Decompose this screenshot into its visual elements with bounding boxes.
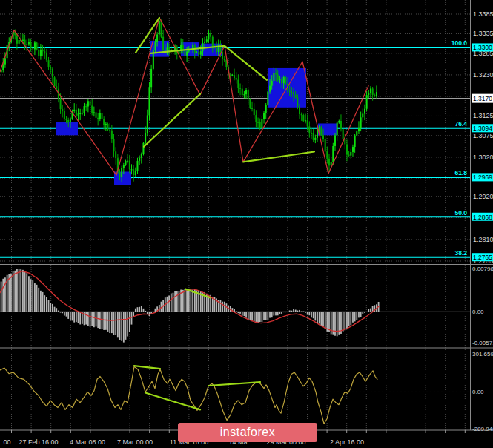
svg-text:1.3094: 1.3094 [473, 125, 492, 132]
svg-text:1.3335: 1.3335 [473, 30, 493, 37]
svg-text:38.2: 38.2 [454, 249, 467, 257]
svg-text:4 Mar 08:00: 4 Mar 08:00 [70, 438, 105, 446]
watermark-text: instaforex [220, 426, 275, 439]
svg-text:1.2810: 1.2810 [473, 236, 493, 243]
svg-text::00: :00 [1, 438, 11, 446]
svg-text:61.8: 61.8 [454, 169, 467, 177]
svg-text:1.2765: 1.2765 [473, 254, 492, 261]
svg-text:1.3075: 1.3075 [473, 132, 493, 139]
svg-text:-0.00571: -0.00571 [472, 340, 493, 346]
svg-text:0.00: 0.00 [472, 389, 484, 395]
svg-text:1.3020: 1.3020 [473, 154, 493, 161]
svg-text:-289.948: -289.948 [472, 426, 493, 432]
trading-terminal-screenshot: 100.076.461.850.038.21.33851.33351.32851… [0, 0, 493, 448]
svg-text:50.0: 50.0 [454, 209, 467, 217]
svg-text:27 Feb 16:00: 27 Feb 16:00 [19, 438, 58, 446]
svg-text:7 Mar 00:00: 7 Mar 00:00 [117, 438, 153, 446]
svg-text:1.3125: 1.3125 [473, 112, 493, 119]
svg-text:301.6597: 301.6597 [472, 351, 493, 358]
instaforex-watermark: instaforex [178, 423, 317, 442]
svg-text:1.3300: 1.3300 [473, 44, 492, 51]
svg-text:2 Apr 16:00: 2 Apr 16:00 [330, 438, 364, 446]
svg-text:0.00: 0.00 [472, 309, 484, 315]
svg-text:1.2868: 1.2868 [473, 214, 492, 221]
svg-text:1.2969: 1.2969 [473, 174, 492, 181]
svg-text:1.3385: 1.3385 [473, 10, 493, 18]
svg-text:0.00798: 0.00798 [472, 266, 493, 272]
chart-canvas[interactable]: 100.076.461.850.038.21.33851.33351.32851… [0, 0, 493, 448]
svg-text:1.3230: 1.3230 [473, 71, 493, 79]
svg-text:76.4: 76.4 [454, 120, 467, 128]
svg-text:100.0: 100.0 [451, 39, 468, 47]
svg-text:1.2920: 1.2920 [473, 193, 493, 200]
svg-text:1.3170: 1.3170 [473, 95, 492, 102]
